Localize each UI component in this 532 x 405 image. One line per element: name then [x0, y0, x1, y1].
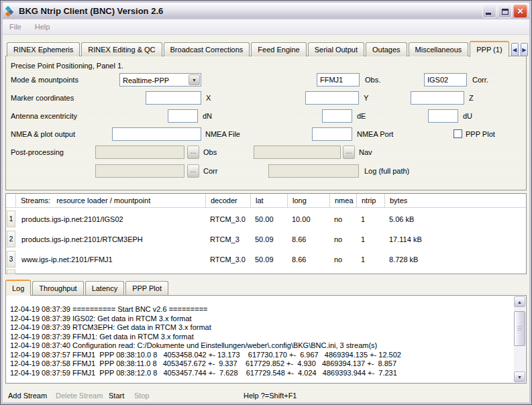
tab-throughput[interactable]: Throughput — [32, 281, 83, 295]
nmea-port-input[interactable] — [312, 127, 352, 141]
marker-coordinates-label: Marker coordinates — [11, 91, 74, 105]
chevron-down-icon[interactable]: ▼ — [189, 74, 200, 85]
mode-combobox[interactable]: Realtime-PPP ▼ — [119, 73, 201, 86]
corr-mountpoint-input[interactable] — [424, 73, 467, 86]
log-line: 12-04-19 08:37:39 FFMJ1: Get data in RTC… — [10, 333, 513, 342]
log-line: 12-04-19 08:37:39 RTCM3EPH: Get data in … — [10, 323, 513, 333]
menu-bar: File Help — [3, 19, 529, 35]
maximize-button[interactable] — [498, 5, 512, 18]
stop-button[interactable]: Stop — [134, 390, 150, 401]
row-number[interactable]: 1 — [7, 211, 15, 227]
header-mountpoint[interactable]: Streams: resource loader / mountpoint — [15, 194, 205, 208]
obs-browse-button[interactable]: ... — [187, 146, 199, 159]
streams-table: Streams: resource loader / mountpoint de… — [5, 193, 527, 274]
stream-row-2[interactable]: 2 products.igs-ip.net:2101/RTCM3EPH RTCM… — [6, 229, 526, 249]
tab-outages[interactable]: Outages — [366, 42, 407, 56]
log-output[interactable]: 12-04-19 08:37:39 ========== Start BNC v… — [5, 295, 527, 384]
tab-feed-engine[interactable]: Feed Engine — [251, 42, 306, 56]
row-number[interactable]: 3 — [7, 251, 15, 268]
log-path-label: Log (full path) — [364, 164, 409, 178]
cell-bytes: 8.728 kB — [389, 249, 418, 270]
x-coordinate-input[interactable] — [146, 91, 201, 105]
stream-row-3[interactable]: 3 www.igs-ip.net:2101/FFMJ1 RTCM_3.0 50.… — [6, 249, 526, 270]
tab-latency[interactable]: Latency — [85, 281, 125, 295]
scrollbar-thumb[interactable] — [514, 311, 525, 346]
maximize-icon — [502, 9, 509, 15]
header-bytes[interactable]: bytes — [384, 194, 525, 208]
scroll-up-icon[interactable]: ▲ — [514, 296, 525, 307]
cell-mountpoint: products.igs-ip.net:2101/RTCM3EPH — [21, 229, 143, 249]
log-line: 12-04-19 08:37:39 IGS02: Get data in RTC… — [10, 314, 513, 324]
start-button[interactable]: Start — [109, 390, 124, 401]
du-input[interactable] — [428, 109, 458, 123]
bottom-tab-bar: Log Throughput Latency PPP Plot — [5, 280, 168, 295]
tab-serial-output[interactable]: Serial Output — [308, 42, 364, 56]
tab-rinex-ephemeris[interactable]: RINEX Ephemeris — [7, 42, 80, 56]
cell-decoder: RTCM_3.0 — [210, 249, 246, 270]
log-lines: 12-04-19 08:37:39 ========== Start BNC v… — [10, 305, 513, 378]
log-path-input — [268, 164, 359, 178]
delete-stream-button[interactable]: Delete Stream — [56, 390, 103, 401]
ppp-plot-checkbox[interactable] — [454, 129, 462, 138]
mode-mountpoints-label: Mode & mountpoints — [11, 73, 78, 86]
y-label: Y — [364, 91, 368, 105]
add-stream-button[interactable]: Add Stream — [8, 390, 47, 401]
minimize-button[interactable] — [482, 5, 496, 18]
menu-help[interactable]: Help — [35, 23, 50, 31]
mode-combobox-value: Realtime-PPP — [123, 75, 169, 86]
close-button[interactable]: ✕ — [513, 5, 527, 18]
dn-input[interactable] — [168, 109, 198, 123]
cell-long: 10.00 — [292, 209, 311, 229]
z-coordinate-input[interactable] — [411, 91, 464, 105]
panel-caption: Precise Point Positioning, Panel 1. — [11, 59, 123, 72]
bnc-app-icon — [5, 6, 15, 17]
obs-mountpoint-input[interactable] — [317, 73, 360, 86]
obs-file-input — [95, 146, 184, 159]
de-input[interactable] — [322, 109, 352, 123]
log-scrollbar[interactable]: ▲ ▼ — [514, 296, 525, 382]
cell-mountpoint: products.igs-ip.net:2101/IGS02 — [21, 209, 123, 229]
tab-broadcast-corrections[interactable]: Broadcast Corrections — [164, 42, 250, 56]
corr-browse-button[interactable]: ... — [187, 164, 199, 178]
du-label: dU — [463, 109, 472, 123]
nav-file-input — [254, 146, 341, 159]
tab-scroll-right-button[interactable]: ▶ — [521, 43, 528, 56]
log-line: 12-04-19 08:37:59 FFMJ1 PPP 08:38:12.0 8… — [10, 369, 513, 378]
header-lat[interactable]: lat — [250, 194, 287, 208]
nmea-port-label: NMEA Port — [357, 127, 393, 141]
header-long[interactable]: long — [287, 194, 329, 208]
cell-mountpoint: www.igs-ip.net:2101/FFMJ1 — [21, 249, 113, 270]
tab-ppp-plot[interactable]: PPP Plot — [125, 281, 168, 295]
nmea-file-input[interactable] — [112, 127, 201, 141]
cell-bytes: 5.06 kB — [389, 209, 414, 229]
z-label: Z — [469, 91, 474, 105]
corr-file-input — [95, 164, 184, 178]
stream-row-1[interactable]: 1 products.igs-ip.net:2101/IGS02 RTCM_3.… — [6, 209, 526, 229]
nmea-plot-output-label: NMEA & plot output — [11, 127, 75, 141]
tab-scroll-left-button[interactable]: ◀ — [511, 43, 519, 56]
title-bar[interactable]: BKG Ntrip Client (BNC) Version 2.6 ✕ — [3, 3, 529, 19]
tab-ppp-1[interactable]: PPP (1) — [470, 41, 509, 57]
help-shortcut-label: Help ?=Shift+F1 — [244, 390, 297, 401]
nav-browse-button[interactable]: ... — [343, 146, 355, 159]
header-decoder[interactable]: decoder — [205, 194, 250, 208]
cell-decoder: RTCM_3 — [210, 229, 240, 249]
tab-rinex-editing-qc[interactable]: RINEX Editing & QC — [81, 42, 162, 56]
tab-log[interactable]: Log — [5, 280, 31, 296]
menu-file[interactable]: File — [9, 23, 21, 31]
corr-label: Corr. — [472, 73, 488, 86]
nmea-file-label: NMEA File — [205, 127, 240, 141]
header-ntrip[interactable]: ntrip — [356, 194, 384, 208]
scroll-down-icon[interactable]: ▼ — [514, 371, 525, 382]
window-title: BKG Ntrip Client (BNC) Version 2.6 — [19, 6, 163, 16]
cell-lat: 50.09 — [255, 249, 274, 270]
cell-nmea: no — [334, 229, 342, 249]
log-line: 12-04-19 08:37:58 FFMJ1 PPP 08:38:11.0 8… — [10, 359, 513, 369]
tab-miscellaneous[interactable]: Miscellaneous — [409, 42, 469, 56]
cell-long: 8.66 — [292, 249, 306, 270]
post-processing-label: Post-processing — [11, 146, 64, 159]
row-number[interactable]: 2 — [7, 231, 15, 247]
y-coordinate-input[interactable] — [305, 91, 359, 105]
header-nmea[interactable]: nmea — [329, 194, 356, 208]
cell-lat: 50.00 — [255, 209, 274, 229]
